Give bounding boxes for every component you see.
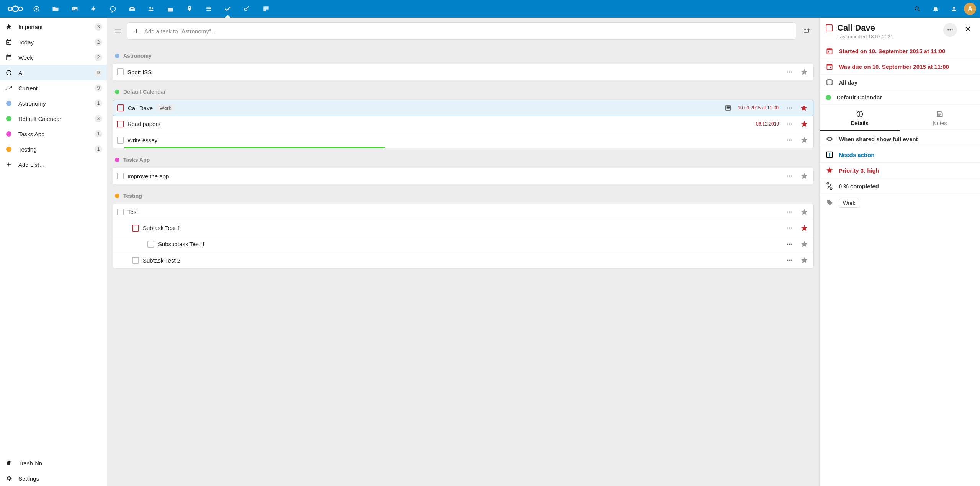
task-more-button[interactable]	[784, 67, 795, 77]
search-button[interactable]	[909, 0, 926, 18]
task-more-button[interactable]	[784, 119, 795, 129]
task-title: Subtask Test 1	[143, 225, 781, 231]
details-calendar-row[interactable]: Default Calendar	[820, 90, 980, 105]
tab-details[interactable]: Details	[820, 105, 900, 131]
add-task-input[interactable]	[144, 28, 791, 34]
tab-notes[interactable]: Notes	[900, 105, 980, 131]
app-activity[interactable]	[84, 0, 103, 18]
task-row[interactable]: Improve the app	[113, 168, 813, 184]
sidebar-item-count: 2	[95, 38, 102, 46]
task-title: Improve the app	[127, 173, 781, 179]
sidebar-filter-important[interactable]: Important 3	[0, 19, 107, 34]
app-deck[interactable]	[256, 0, 276, 18]
logo[interactable]	[4, 3, 27, 14]
sort-button[interactable]	[800, 24, 814, 38]
details-shared-row[interactable]: When shared show full event	[820, 131, 980, 147]
task-more-button[interactable]	[784, 171, 795, 181]
task-more-button[interactable]	[784, 239, 795, 250]
task-checkbox[interactable]	[117, 121, 124, 127]
task-checkbox[interactable]	[117, 68, 124, 75]
details-priority-row[interactable]: Priority 3: high	[820, 163, 980, 178]
app-photos[interactable]	[65, 0, 84, 18]
task-star-button[interactable]	[799, 103, 809, 113]
sidebar-list-testing[interactable]: Testing 1	[0, 142, 107, 157]
sidebar-filter-all[interactable]: All 9	[0, 65, 107, 80]
contacts-button[interactable]	[946, 0, 962, 18]
app-passwords[interactable]	[237, 0, 256, 18]
group-header[interactable]: Default Calendar	[113, 84, 814, 99]
task-row[interactable]: Test	[113, 204, 813, 220]
task-star-button[interactable]	[799, 255, 810, 266]
details-more-button[interactable]	[943, 23, 957, 37]
group-header[interactable]: Astronomy	[113, 48, 814, 64]
task-title: Read papers	[127, 121, 752, 127]
task-star-button[interactable]	[799, 239, 810, 250]
task-star-button[interactable]	[799, 171, 810, 181]
task-checkbox[interactable]	[117, 173, 124, 179]
details-status-row[interactable]: Needs action	[820, 147, 980, 163]
sidebar-trash[interactable]: Trash bin	[0, 455, 107, 471]
app-maps[interactable]	[180, 0, 199, 18]
sidebar-filter-week[interactable]: Week 2	[0, 50, 107, 65]
task-checkbox[interactable]	[117, 104, 124, 111]
app-talk[interactable]	[103, 0, 122, 18]
app-files[interactable]	[46, 0, 65, 18]
task-checkbox[interactable]	[132, 225, 139, 232]
task-row[interactable]: Subsubtask Test 1	[113, 236, 813, 252]
task-star-button[interactable]	[799, 135, 810, 145]
calendar-color-dot	[826, 95, 831, 100]
task-checkbox[interactable]	[117, 137, 124, 144]
details-tags-row[interactable]: Work	[820, 194, 980, 212]
add-task-form[interactable]	[127, 22, 796, 40]
notifications-button[interactable]	[927, 0, 944, 18]
app-contacts[interactable]	[142, 0, 161, 18]
task-checkbox[interactable]	[147, 241, 154, 248]
task-more-button[interactable]	[784, 103, 795, 113]
sidebar-add-list[interactable]: Add List…	[0, 157, 107, 172]
task-row[interactable]: Subtask Test 1	[113, 220, 813, 236]
task-more-button[interactable]	[784, 207, 795, 217]
app-tasks[interactable]	[218, 0, 237, 18]
task-row[interactable]: Spott ISS	[113, 64, 813, 80]
sidebar-list-astronomy[interactable]: Astronomy 1	[0, 96, 107, 111]
group-header[interactable]: Testing	[113, 188, 814, 204]
task-star-button[interactable]	[799, 119, 810, 129]
task-more-button[interactable]	[784, 255, 795, 266]
task-more-button[interactable]	[784, 135, 795, 145]
details-allday-row[interactable]: All day	[820, 75, 980, 90]
sidebar-list-default-calendar[interactable]: Default Calendar 3	[0, 111, 107, 126]
app-notes[interactable]	[199, 0, 218, 18]
calendar-today-icon	[5, 39, 13, 46]
toggle-sidebar[interactable]	[113, 27, 123, 35]
checkbox-icon	[826, 78, 833, 86]
app-dashboard[interactable]	[27, 0, 46, 18]
details-percent-row[interactable]: 0 % completed	[820, 178, 980, 194]
sidebar-item-label: Testing	[18, 146, 89, 153]
details-checkbox[interactable]	[826, 24, 833, 31]
sidebar-item-label: Week	[18, 54, 89, 61]
avatar[interactable]: A	[964, 3, 976, 15]
task-star-button[interactable]	[799, 67, 810, 77]
task-checkbox[interactable]	[132, 257, 139, 264]
sidebar-trash-label: Trash bin	[18, 460, 102, 466]
task-star-button[interactable]	[799, 223, 810, 233]
task-star-button[interactable]	[799, 207, 810, 217]
task-checkbox[interactable]	[117, 209, 124, 215]
task-more-button[interactable]	[784, 223, 795, 233]
task-row[interactable]: Write essay	[113, 132, 813, 148]
app-calendar[interactable]	[161, 0, 180, 18]
task-title: Subtask Test 2	[143, 257, 781, 264]
task-row[interactable]: Subtask Test 2	[113, 252, 813, 268]
app-mail[interactable]	[122, 0, 142, 18]
details-due-row[interactable]: Was due on 10. September 2015 at 11:00	[820, 59, 980, 75]
task-row[interactable]: Call DaveWork10.09.2015 at 11:00	[113, 100, 813, 116]
sidebar-filter-today[interactable]: Today 2	[0, 34, 107, 50]
close-details-button[interactable]: ✕	[962, 23, 974, 35]
task-row[interactable]: Read papers08.12.2013	[113, 116, 813, 132]
group-header[interactable]: Tasks App	[113, 152, 814, 168]
details-start-row[interactable]: Started on 10. September 2015 at 11:00	[820, 43, 980, 59]
sidebar-filter-current[interactable]: Current 9	[0, 80, 107, 96]
sidebar-list-tasks-app[interactable]: Tasks App 1	[0, 126, 107, 142]
details-tag-chip[interactable]: Work	[839, 199, 859, 208]
sidebar-settings[interactable]: Settings	[0, 471, 107, 486]
